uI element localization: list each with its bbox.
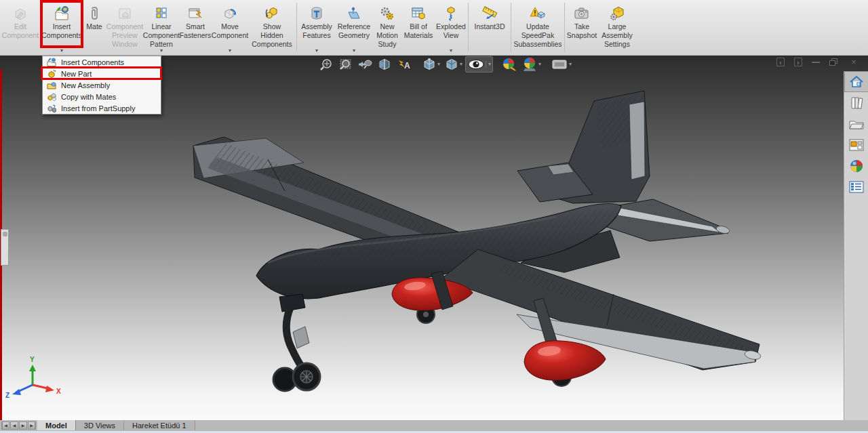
view-orientation-icon [422, 58, 437, 71]
view-settings-button[interactable]: ▾ [549, 57, 573, 72]
menu-item-new-part[interactable]: New Part [43, 68, 161, 79]
insert-components-icon [54, 5, 70, 22]
section-view-icon [377, 58, 392, 71]
smart-fasteners-icon [187, 5, 203, 22]
take-snapshot-icon [574, 5, 590, 22]
first-tab-button[interactable]: ◀ [1, 421, 9, 430]
view-orientation-dropdown-arrow[interactable]: ▾ [437, 61, 440, 67]
apply-scene-button[interactable]: ▾ [520, 56, 542, 73]
triad-y-label: Y [30, 356, 35, 363]
show-hidden-components-button[interactable]: Show Hidden Components [248, 0, 296, 55]
apply-scene-dropdown-arrow[interactable]: ▾ [538, 61, 541, 67]
mate-button[interactable]: Mate [83, 0, 106, 55]
tab-3d-views[interactable]: 3D Views [76, 420, 124, 430]
mate-icon [87, 5, 101, 22]
view-palette-icon [848, 138, 865, 152]
previous-tab-button[interactable]: ◀ [10, 421, 18, 430]
taskpane-custom-properties-button[interactable] [844, 176, 868, 197]
edit-appearance-button[interactable] [500, 56, 519, 73]
right-wing[interactable] [441, 249, 762, 370]
ribbon-divider [296, 3, 297, 52]
featuremanager-flyout-collapsed[interactable] [1, 229, 9, 266]
insert-components-button[interactable]: Insert Components ▾ [41, 0, 83, 55]
exploded-view-button[interactable]: Exploded View ▾ [435, 0, 467, 55]
triad-z-label: Z [5, 392, 9, 399]
taskpane-home-button[interactable] [844, 71, 868, 92]
taskpane-design-library-button[interactable] [844, 92, 868, 113]
menu-item-insert-components[interactable]: Insert Components [43, 56, 161, 68]
previous-view-icon [357, 58, 373, 71]
display-style-dropdown-arrow[interactable]: ▾ [460, 61, 462, 67]
hide-show-items-button[interactable]: ▾ [465, 56, 493, 73]
smart-fasteners-button[interactable]: Smart Fasteners [179, 0, 212, 55]
large-assembly-settings-icon [609, 5, 625, 22]
new-part-menu-icon [47, 69, 56, 79]
solidworks-window: Edit Component Insert Components ▾ Mate … [0, 0, 868, 433]
assembly-features-button[interactable]: Assembly Features ▾ [298, 0, 336, 55]
next-tab-button[interactable]: ▶ [19, 421, 27, 430]
take-snapshot-button[interactable]: Take Snapshot [566, 0, 598, 55]
tab-model[interactable]: Model [37, 420, 76, 430]
component-preview-window-button[interactable]: Component Preview Window [106, 0, 144, 55]
update-speedpak-button[interactable]: Update SpeedPak Subassemblies [512, 0, 564, 55]
edit-component-button[interactable]: Edit Component [0, 0, 41, 55]
linear-component-pattern-button[interactable]: Linear Component Pattern ▾ [144, 0, 179, 55]
dynamic-annotation-views-button[interactable]: A [395, 57, 414, 72]
assembly-features-dropdown-arrow[interactable]: ▾ [298, 48, 336, 54]
menu-item-insert-from-partsupply[interactable]: Insert from PartSupply [43, 102, 161, 114]
menu-item-copy-with-mates[interactable]: Copy with Mates [43, 91, 161, 102]
custom-properties-icon [848, 180, 865, 194]
close-icon[interactable]: × [848, 57, 860, 67]
taskpane-file-explorer-button[interactable] [844, 113, 868, 134]
reference-geometry-dropdown-arrow[interactable]: ▾ [336, 48, 372, 54]
bill-of-materials-button[interactable]: Bill of Materials [402, 0, 435, 55]
move-component-dropdown-arrow[interactable]: ▾ [212, 48, 248, 54]
home-icon [848, 75, 865, 89]
copy-with-mates-menu-icon [47, 92, 56, 102]
exploded-view-icon [443, 5, 458, 22]
document-window-controls: × [776, 57, 860, 67]
insert-components-dropdown-arrow[interactable]: ▾ [41, 48, 83, 54]
right-wheel-pod[interactable] [524, 341, 606, 386]
next-window-icon[interactable] [794, 58, 802, 66]
previous-window-icon[interactable] [776, 58, 785, 66]
reference-geometry-button[interactable]: Reference Geometry ▾ [336, 0, 372, 55]
bill-of-materials-icon [410, 5, 427, 22]
taskpane-view-palette-button[interactable] [844, 134, 868, 155]
svg-text:A: A [404, 61, 410, 70]
instant3d-button[interactable]: Instant3D [469, 0, 510, 55]
last-tab-button[interactable]: ▶ [28, 421, 36, 430]
instant3d-icon [481, 5, 498, 22]
minimize-icon[interactable] [812, 61, 820, 63]
apply-scene-icon [521, 57, 538, 72]
edit-appearance-icon [501, 57, 517, 72]
zoom-to-area-icon [338, 58, 353, 71]
model-tabs-bar: ◀ ◀ ▶ ▶ Model 3D Views Hareket Etüdü 1 [0, 420, 868, 430]
previous-view-button[interactable] [355, 57, 374, 72]
insert-components-menu: Insert Components New Part New Assembly … [42, 56, 161, 115]
zoom-to-fit-button[interactable] [317, 57, 335, 72]
new-motion-study-icon [379, 5, 395, 22]
taskpane-appearances-scenes-button[interactable] [844, 155, 868, 176]
zoom-to-area-button[interactable] [336, 57, 354, 72]
nose-landing-gear[interactable] [273, 294, 320, 391]
view-settings-dropdown-arrow[interactable]: ▾ [569, 61, 572, 67]
display-style-button[interactable]: ▾ [443, 57, 464, 72]
tab-hareket-etudu-1[interactable]: Hareket Etüdü 1 [124, 420, 195, 430]
triad-x-label: X [56, 388, 61, 395]
view-orientation-button[interactable]: ▾ [420, 57, 441, 72]
restore-icon[interactable] [829, 58, 838, 66]
flyout-icon [3, 232, 7, 236]
menu-item-new-assembly[interactable]: New Assembly [43, 79, 161, 91]
hide-show-items-dropdown-arrow[interactable]: ▾ [486, 61, 491, 67]
edit-component-icon [13, 5, 28, 22]
large-assembly-settings-button[interactable]: Large Assembly Settings [598, 0, 636, 55]
section-view-button[interactable] [376, 57, 393, 72]
ribbon-divider [468, 3, 469, 52]
move-component-icon [222, 5, 238, 22]
linear-pattern-dropdown-arrow[interactable]: ▾ [144, 48, 179, 54]
move-component-button[interactable]: Move Component ▾ [212, 0, 248, 55]
view-settings-icon [551, 58, 568, 71]
new-motion-study-button[interactable]: New Motion Study [372, 0, 402, 55]
exploded-view-dropdown-arrow[interactable]: ▾ [435, 48, 467, 54]
